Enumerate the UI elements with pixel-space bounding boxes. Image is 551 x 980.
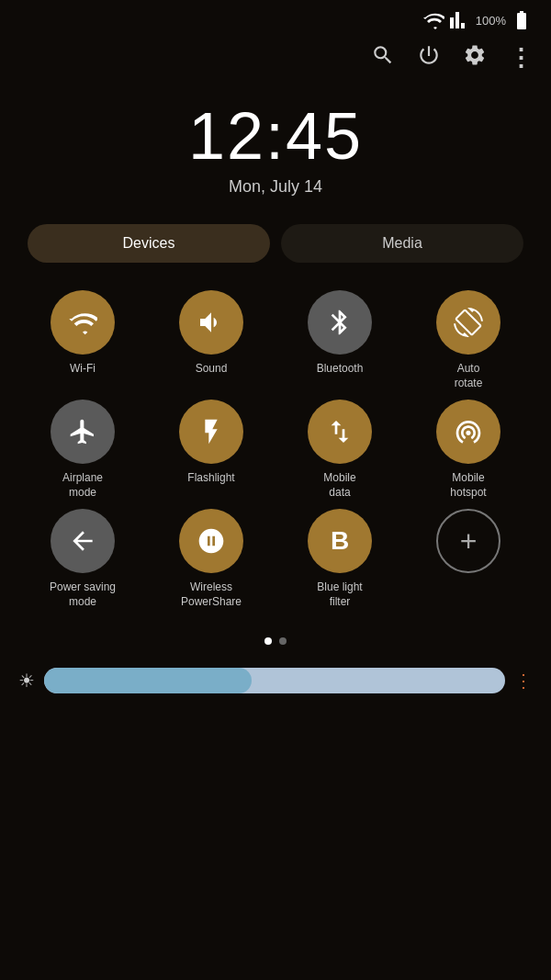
- top-actions: ⋮: [0, 36, 551, 80]
- qs-power-saving[interactable]: Power saving mode: [23, 509, 142, 609]
- more-icon[interactable]: ⋮: [509, 44, 533, 73]
- power-saving-icon-circle: [51, 509, 115, 573]
- sound-label: Sound: [196, 362, 228, 377]
- bluetooth-icon-circle: [308, 290, 372, 355]
- hotspot-icon: [454, 417, 483, 446]
- wireless-share-icon: [197, 526, 226, 556]
- qs-auto-rotate[interactable]: Auto rotate: [409, 290, 528, 390]
- blue-light-label: Blue light filter: [317, 580, 362, 609]
- qs-blue-light[interactable]: B Blue light filter: [280, 509, 399, 609]
- tab-devices[interactable]: Devices: [28, 224, 270, 263]
- battery-status-icon: [511, 9, 533, 31]
- sound-icon-circle: [179, 290, 243, 355]
- battery-text: 100%: [476, 14, 506, 28]
- signal-status-icon: [449, 9, 471, 31]
- power-icon[interactable]: [417, 43, 441, 73]
- qs-wifi[interactable]: Wi-Fi: [23, 290, 142, 390]
- hotspot-icon-circle: [436, 400, 500, 464]
- auto-rotate-icon: [454, 308, 483, 337]
- tab-media[interactable]: Media: [281, 224, 523, 263]
- status-bar: 100%: [0, 0, 551, 36]
- dot-2[interactable]: [279, 637, 287, 645]
- sound-icon: [197, 308, 226, 337]
- wireless-share-label: Wireless PowerShare: [181, 580, 242, 609]
- bluetooth-label: Bluetooth: [317, 362, 364, 377]
- wifi-icon-circle: [51, 290, 115, 355]
- airplane-label: Airplane mode: [62, 471, 103, 500]
- qs-flashlight[interactable]: Flashlight: [152, 400, 271, 500]
- add-icon-circle: +: [436, 509, 500, 573]
- brightness-track[interactable]: [44, 668, 505, 693]
- mobile-data-label: Mobile data: [323, 471, 355, 500]
- dot-1[interactable]: [264, 637, 272, 645]
- mobile-data-icon: [325, 417, 354, 446]
- brightness-icon: ☀: [18, 670, 35, 692]
- page-dots: [0, 628, 551, 654]
- qs-airplane[interactable]: Airplane mode: [23, 400, 142, 500]
- qs-bluetooth[interactable]: Bluetooth: [280, 290, 399, 390]
- qs-sound[interactable]: Sound: [152, 290, 271, 390]
- clock-date: Mon, July 14: [0, 177, 551, 197]
- flashlight-icon: [197, 417, 226, 446]
- wireless-share-icon-circle: [179, 509, 243, 573]
- wifi-status-icon: [422, 9, 444, 31]
- brightness-fill: [44, 668, 252, 693]
- power-saving-label: Power saving mode: [50, 580, 116, 609]
- brightness-menu-icon[interactable]: ⋮: [514, 670, 533, 692]
- airplane-icon: [68, 417, 97, 446]
- quick-settings-grid: Wi-Fi Sound Bluetooth Auto rotate: [0, 272, 551, 628]
- qs-hotspot[interactable]: Mobile hotspot: [409, 400, 528, 500]
- hotspot-label: Mobile hotspot: [450, 471, 486, 500]
- flashlight-icon-circle: [179, 400, 243, 464]
- clock-section: 12:45 Mon, July 14: [0, 80, 551, 206]
- clock-time: 12:45: [0, 98, 551, 174]
- bluetooth-icon: [325, 308, 354, 337]
- auto-rotate-icon-circle: [436, 290, 500, 355]
- power-saving-icon: [68, 526, 97, 556]
- mobile-data-icon-circle: [308, 400, 372, 464]
- status-icons: 100%: [422, 9, 533, 31]
- search-icon[interactable]: [371, 43, 395, 73]
- qs-add[interactable]: +: [409, 509, 528, 609]
- brightness-bar-section: ☀ ⋮: [0, 654, 551, 707]
- auto-rotate-label: Auto rotate: [455, 362, 483, 390]
- wifi-icon: [68, 308, 97, 337]
- qs-wireless-powershare[interactable]: Wireless PowerShare: [152, 509, 271, 609]
- flashlight-label: Flashlight: [187, 471, 234, 486]
- airplane-icon-circle: [51, 400, 115, 464]
- tab-section: Devices Media: [0, 206, 551, 272]
- qs-mobile-data[interactable]: Mobile data: [280, 400, 399, 500]
- wifi-label: Wi-Fi: [70, 362, 96, 377]
- settings-icon[interactable]: [463, 43, 487, 73]
- blue-light-icon-circle: B: [308, 509, 372, 573]
